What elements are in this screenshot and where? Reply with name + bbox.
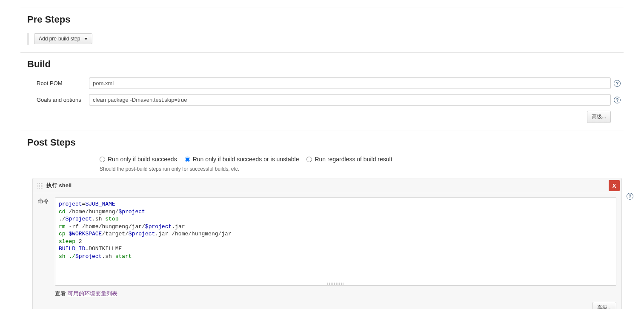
root-pom-input[interactable] xyxy=(89,77,611,89)
goals-label: Goals and options xyxy=(27,97,89,103)
shell-block-title: 执行 shell xyxy=(46,182,72,189)
radio-unstable-input[interactable] xyxy=(185,157,190,162)
post-steps-hint: Should the post-build steps run only for… xyxy=(27,166,624,172)
resize-handle[interactable] xyxy=(327,283,344,285)
add-pre-build-step-label: Add pre-build step xyxy=(39,36,80,42)
build-advanced-button[interactable]: 高级... xyxy=(587,111,611,123)
build-title: Build xyxy=(27,59,624,70)
drag-handle-icon[interactable] xyxy=(37,183,43,189)
shell-advanced-button[interactable]: 高级... xyxy=(592,302,616,309)
delete-block-button[interactable]: X xyxy=(609,180,620,191)
add-pre-build-step-button[interactable]: Add pre-build step xyxy=(34,33,92,44)
radio-unstable[interactable]: Run only if build succeeds or is unstabl… xyxy=(185,156,299,163)
help-icon[interactable]: ? xyxy=(614,97,621,103)
radio-succeeds-input[interactable] xyxy=(100,157,105,162)
drag-marker xyxy=(27,33,29,45)
post-steps-radio-group: Run only if build succeeds Run only if b… xyxy=(27,156,624,163)
pre-steps-title: Pre Steps xyxy=(27,14,624,25)
radio-succeeds-label: Run only if build succeeds xyxy=(108,156,177,163)
radio-unstable-label: Run only if build succeeds or is unstabl… xyxy=(193,156,299,163)
help-icon[interactable]: ? xyxy=(627,193,633,200)
shell-block: X ? 执行 shell 命令 project=$JOB_NAMEcd /hom… xyxy=(32,178,622,309)
post-steps-title: Post Steps xyxy=(27,137,624,148)
shell-command-textarea[interactable]: project=$JOB_NAMEcd /home/hungmeng/$proj… xyxy=(55,197,616,286)
goals-input[interactable] xyxy=(89,94,611,106)
chevron-down-icon xyxy=(84,38,88,40)
help-icon[interactable]: ? xyxy=(614,80,621,87)
radio-succeeds[interactable]: Run only if build succeeds xyxy=(100,156,177,163)
radio-regardless[interactable]: Run regardless of build result xyxy=(306,156,392,163)
command-label: 命令 xyxy=(38,197,55,286)
env-vars-prefix: 查看 xyxy=(55,290,68,297)
env-vars-link[interactable]: 可用的环境变量列表 xyxy=(68,290,117,297)
root-pom-label: Root POM xyxy=(27,80,89,86)
radio-regardless-label: Run regardless of build result xyxy=(315,156,392,163)
radio-regardless-input[interactable] xyxy=(306,157,312,162)
